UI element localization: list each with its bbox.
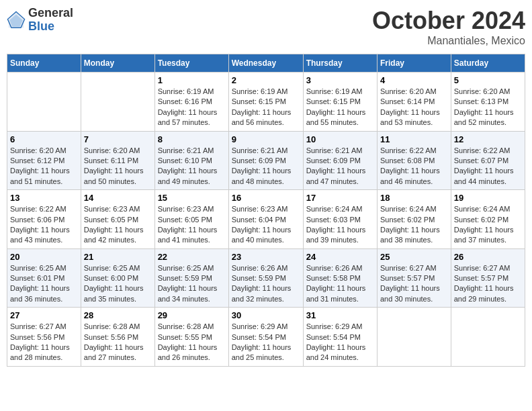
cell-sunrise: Sunrise: 6:19 AMSunset: 6:16 PMDaylight:…	[158, 87, 218, 126]
header-day: Wednesday	[228, 54, 303, 73]
header-day: Sunday	[7, 54, 81, 73]
cell-sunrise: Sunrise: 6:25 AMSunset: 6:00 PMDaylight:…	[84, 264, 144, 303]
day-number: 31	[306, 310, 374, 320]
header-row: SundayMondayTuesdayWednesdayThursdayFrid…	[7, 54, 525, 73]
cell-sunrise: Sunrise: 6:24 AMSunset: 6:02 PMDaylight:…	[454, 205, 514, 244]
cell-sunrise: Sunrise: 6:25 AMSunset: 6:01 PMDaylight:…	[10, 264, 70, 303]
logo-icon	[7, 11, 26, 30]
logo-general: General	[28, 7, 73, 20]
cell-sunrise: Sunrise: 6:24 AMSunset: 6:02 PMDaylight:…	[380, 205, 440, 244]
month-title: October 2024	[372, 7, 525, 35]
cell-sunrise: Sunrise: 6:20 AMSunset: 6:12 PMDaylight:…	[10, 146, 70, 185]
calendar-cell: 30 Sunrise: 6:29 AMSunset: 5:54 PMDaylig…	[228, 308, 303, 367]
cell-sunrise: Sunrise: 6:22 AMSunset: 6:07 PMDaylight:…	[454, 146, 514, 185]
calendar-cell: 13 Sunrise: 6:22 AMSunset: 6:06 PMDaylig…	[7, 190, 81, 249]
calendar-body: 1 Sunrise: 6:19 AMSunset: 6:16 PMDayligh…	[7, 73, 525, 367]
day-number: 9	[232, 134, 300, 144]
day-number: 20	[10, 252, 78, 262]
cell-sunrise: Sunrise: 6:29 AMSunset: 5:54 PMDaylight:…	[232, 322, 292, 361]
logo-text: General Blue	[28, 7, 73, 34]
cell-sunrise: Sunrise: 6:22 AMSunset: 6:08 PMDaylight:…	[380, 146, 440, 185]
calendar-cell: 6 Sunrise: 6:20 AMSunset: 6:12 PMDayligh…	[7, 131, 81, 190]
day-number: 30	[232, 310, 300, 320]
title-block: October 2024 Manantiales, Mexico	[372, 7, 525, 47]
calendar-cell	[451, 308, 525, 367]
calendar-cell: 11 Sunrise: 6:22 AMSunset: 6:08 PMDaylig…	[378, 131, 451, 190]
day-number: 23	[232, 252, 300, 262]
calendar: SundayMondayTuesdayWednesdayThursdayFrid…	[7, 54, 525, 367]
cell-sunrise: Sunrise: 6:28 AMSunset: 5:56 PMDaylight:…	[84, 322, 144, 361]
calendar-cell: 19 Sunrise: 6:24 AMSunset: 6:02 PMDaylig…	[451, 190, 525, 249]
calendar-cell: 20 Sunrise: 6:25 AMSunset: 6:01 PMDaylig…	[7, 248, 81, 308]
day-number: 14	[84, 193, 152, 203]
day-number: 18	[380, 193, 448, 203]
day-number: 8	[158, 134, 226, 144]
cell-sunrise: Sunrise: 6:22 AMSunset: 6:06 PMDaylight:…	[10, 205, 70, 244]
cell-sunrise: Sunrise: 6:19 AMSunset: 6:15 PMDaylight:…	[232, 87, 292, 126]
day-number: 19	[454, 193, 522, 203]
calendar-cell: 12 Sunrise: 6:22 AMSunset: 6:07 PMDaylig…	[451, 131, 525, 190]
calendar-cell: 29 Sunrise: 6:28 AMSunset: 5:55 PMDaylig…	[154, 308, 228, 367]
cell-sunrise: Sunrise: 6:29 AMSunset: 5:54 PMDaylight:…	[306, 322, 366, 361]
cell-sunrise: Sunrise: 6:27 AMSunset: 5:57 PMDaylight:…	[454, 264, 514, 303]
calendar-cell: 14 Sunrise: 6:23 AMSunset: 6:05 PMDaylig…	[81, 190, 154, 249]
day-number: 22	[158, 252, 226, 262]
calendar-cell: 15 Sunrise: 6:23 AMSunset: 6:05 PMDaylig…	[154, 190, 228, 249]
day-number: 3	[306, 75, 374, 85]
header-day: Friday	[378, 54, 451, 73]
day-number: 10	[306, 134, 374, 144]
calendar-cell: 22 Sunrise: 6:25 AMSunset: 5:59 PMDaylig…	[154, 248, 228, 308]
header-day: Saturday	[451, 54, 525, 73]
calendar-cell: 5 Sunrise: 6:20 AMSunset: 6:13 PMDayligh…	[451, 73, 525, 132]
day-number: 11	[380, 134, 448, 144]
calendar-week: 20 Sunrise: 6:25 AMSunset: 6:01 PMDaylig…	[7, 248, 525, 308]
calendar-cell: 16 Sunrise: 6:23 AMSunset: 6:04 PMDaylig…	[228, 190, 303, 249]
cell-sunrise: Sunrise: 6:20 AMSunset: 6:11 PMDaylight:…	[84, 146, 144, 185]
calendar-cell: 17 Sunrise: 6:24 AMSunset: 6:03 PMDaylig…	[303, 190, 377, 249]
calendar-cell: 9 Sunrise: 6:21 AMSunset: 6:09 PMDayligh…	[228, 131, 303, 190]
cell-sunrise: Sunrise: 6:21 AMSunset: 6:10 PMDaylight:…	[158, 146, 218, 185]
cell-sunrise: Sunrise: 6:19 AMSunset: 6:15 PMDaylight:…	[306, 87, 366, 126]
calendar-cell: 1 Sunrise: 6:19 AMSunset: 6:16 PMDayligh…	[154, 73, 228, 132]
calendar-cell: 31 Sunrise: 6:29 AMSunset: 5:54 PMDaylig…	[303, 308, 377, 367]
calendar-header: SundayMondayTuesdayWednesdayThursdayFrid…	[7, 54, 525, 73]
calendar-cell	[378, 308, 451, 367]
calendar-cell	[7, 73, 81, 132]
calendar-cell: 4 Sunrise: 6:20 AMSunset: 6:14 PMDayligh…	[378, 73, 451, 132]
location: Manantiales, Mexico	[372, 35, 525, 47]
day-number: 6	[10, 134, 78, 144]
day-number: 2	[232, 75, 300, 85]
day-number: 17	[306, 193, 374, 203]
calendar-cell: 2 Sunrise: 6:19 AMSunset: 6:15 PMDayligh…	[228, 73, 303, 132]
cell-sunrise: Sunrise: 6:24 AMSunset: 6:03 PMDaylight:…	[306, 205, 366, 244]
day-number: 28	[84, 310, 152, 320]
day-number: 26	[454, 252, 522, 262]
calendar-cell	[81, 73, 154, 132]
calendar-cell: 23 Sunrise: 6:26 AMSunset: 5:59 PMDaylig…	[228, 248, 303, 308]
calendar-cell: 27 Sunrise: 6:27 AMSunset: 5:56 PMDaylig…	[7, 308, 81, 367]
calendar-cell: 8 Sunrise: 6:21 AMSunset: 6:10 PMDayligh…	[154, 131, 228, 190]
day-number: 25	[380, 252, 448, 262]
calendar-cell: 28 Sunrise: 6:28 AMSunset: 5:56 PMDaylig…	[81, 308, 154, 367]
day-number: 21	[84, 252, 152, 262]
cell-sunrise: Sunrise: 6:20 AMSunset: 6:13 PMDaylight:…	[454, 87, 514, 126]
cell-sunrise: Sunrise: 6:25 AMSunset: 5:59 PMDaylight:…	[158, 264, 218, 303]
calendar-week: 6 Sunrise: 6:20 AMSunset: 6:12 PMDayligh…	[7, 131, 525, 190]
calendar-cell: 21 Sunrise: 6:25 AMSunset: 6:00 PMDaylig…	[81, 248, 154, 308]
cell-sunrise: Sunrise: 6:27 AMSunset: 5:56 PMDaylight:…	[10, 322, 70, 361]
calendar-cell: 24 Sunrise: 6:26 AMSunset: 5:58 PMDaylig…	[303, 248, 377, 308]
calendar-cell: 3 Sunrise: 6:19 AMSunset: 6:15 PMDayligh…	[303, 73, 377, 132]
calendar-cell: 18 Sunrise: 6:24 AMSunset: 6:02 PMDaylig…	[378, 190, 451, 249]
day-number: 1	[158, 75, 226, 85]
day-number: 13	[10, 193, 78, 203]
calendar-cell: 25 Sunrise: 6:27 AMSunset: 5:57 PMDaylig…	[378, 248, 451, 308]
cell-sunrise: Sunrise: 6:26 AMSunset: 5:59 PMDaylight:…	[232, 264, 292, 303]
day-number: 4	[380, 75, 448, 85]
day-number: 7	[84, 134, 152, 144]
day-number: 5	[454, 75, 522, 85]
cell-sunrise: Sunrise: 6:23 AMSunset: 6:04 PMDaylight:…	[232, 205, 292, 244]
header-day: Monday	[81, 54, 154, 73]
header-day: Tuesday	[154, 54, 228, 73]
calendar-cell: 26 Sunrise: 6:27 AMSunset: 5:57 PMDaylig…	[451, 248, 525, 308]
cell-sunrise: Sunrise: 6:28 AMSunset: 5:55 PMDaylight:…	[158, 322, 218, 361]
